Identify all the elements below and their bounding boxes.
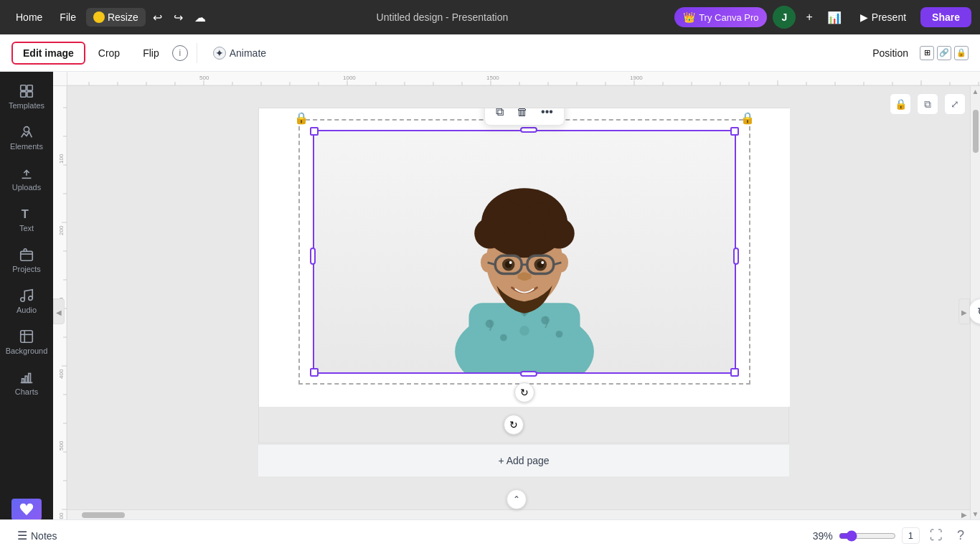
lock-corner-icon[interactable]: 🔒 [890,93,911,115]
panel-collapse-right-button[interactable]: ▶ [958,298,970,324]
svg-rect-11 [25,376,27,382]
svg-rect-10 [22,379,24,383]
sidebar-label-templates: Templates [9,101,44,110]
svg-point-85 [499,203,522,225]
sidebar-item-templates[interactable]: Templates [4,77,50,116]
svg-text:1900: 1900 [630,75,643,81]
scroll-thumb-horizontal[interactable] [82,512,125,518]
animate-button[interactable]: ✦ Animate [206,42,273,64]
cloud-save-button[interactable]: ☁ [190,8,210,27]
resize-label: Resize [108,11,138,23]
svg-text:400: 400 [58,369,65,379]
fullscreen-button[interactable]: ⛶ [925,525,947,546]
person-svg [431,150,618,372]
svg-point-101 [517,273,523,279]
corner-lock-tl: 🔒 [294,111,308,125]
sidebar-label-audio: Audio [17,306,37,314]
handle-top-right[interactable] [730,127,739,136]
copy-corner-icon[interactable]: ⧉ [917,93,938,115]
toolbar-divider [197,43,197,63]
link-icon[interactable]: 🔗 [937,46,951,60]
notes-button[interactable]: ☰ Notes [11,526,63,545]
sidebar-item-uploads[interactable]: Uploads [4,159,50,197]
sidebar-item-charts[interactable]: Charts [4,364,50,402]
handle-bottom-right[interactable] [730,368,739,377]
handle-bottom-left[interactable] [310,368,319,377]
bottom-bar: ☰ Notes 39% 1 ⛶ ? [0,519,980,551]
notes-label: Notes [31,530,57,542]
svg-rect-0 [21,85,26,90]
svg-point-7 [21,298,25,302]
sidebar: Templates Elements Uploads T Text [0,72,53,551]
scroll-up-arrow[interactable]: ▲ [972,88,979,95]
present-button[interactable]: ▶ Present [852,7,915,27]
sidebar-item-elements[interactable]: Elements [4,118,50,156]
flip-button[interactable]: Flip [133,43,169,63]
share-button[interactable]: Share [920,7,971,27]
info-icon[interactable]: i [172,45,188,61]
svg-point-4 [24,127,29,132]
checkerboard-icon[interactable]: ⊞ [920,46,934,60]
svg-point-106 [556,331,563,338]
sidebar-item-background[interactable]: Background [4,323,50,361]
undo-button[interactable]: ↩ [149,8,166,27]
handle-middle-right[interactable] [733,248,739,265]
sidebar-label-uploads: Uploads [12,183,41,192]
scroll-thumb-vertical[interactable] [973,110,979,153]
selected-element-wrapper: ⧉ 🗑 ••• [313,130,736,374]
svg-text:500: 500 [199,75,209,81]
canvas-content: ⧉ 🗑 ••• [67,86,980,551]
sidebar-label-background: Background [6,347,48,355]
toggle-panels-button[interactable]: ⌃ [507,489,527,509]
add-page-button[interactable]: + Add page [258,445,789,476]
svg-text:200: 200 [58,225,65,235]
delete-selection-button[interactable]: 🗑 [512,108,533,122]
try-canva-pro-button[interactable]: 👑 Try Canva Pro [674,7,767,27]
sidebar-item-audio[interactable]: Audio [4,282,50,320]
corner-lock-tr: 🔒 [740,111,755,125]
sidebar-item-projects[interactable]: Projects [4,241,50,279]
copy-selection-button[interactable]: ⧉ [491,108,509,122]
redo-button[interactable]: ↪ [169,8,187,27]
zoom-slider[interactable] [839,530,896,542]
svg-rect-3 [27,92,32,97]
edit-image-button[interactable]: Edit image [11,42,85,65]
animate-icon: ✦ [213,47,226,60]
home-button[interactable]: Home [9,8,50,27]
add-button[interactable]: + [801,8,816,27]
selected-image[interactable]: 🔒 🔒 [313,130,736,374]
handle-middle-left[interactable] [310,248,316,265]
file-button[interactable]: File [52,8,83,27]
zoom-controls: 39% 1 ⛶ ? [813,525,969,546]
analytics-button[interactable]: 📊 [823,8,846,27]
slide-refresh-icon[interactable]: ↻ [504,415,524,435]
handle-top-center[interactable] [520,127,537,133]
svg-rect-9 [21,331,33,343]
slide-container: ⧉ 🗑 ••• [258,108,789,443]
svg-text:T: T [22,207,29,220]
scroll-right-arrow[interactable]: ▶ [958,511,970,519]
expand-corner-icon[interactable]: ⤢ [944,93,966,115]
lock-icon[interactable]: 🔒 [954,46,969,60]
svg-text:500: 500 [58,441,65,451]
notes-icon: ☰ [17,529,27,542]
scroll-down-arrow[interactable]: ▼ [972,510,979,518]
sidebar-item-text[interactable]: T Text [4,200,50,238]
horizontal-scrollbar[interactable]: ▶ [67,509,970,519]
top-bar: Home File Resize ↩ ↪ ☁ Untitled design -… [0,0,980,34]
position-button[interactable]: Position [864,43,917,63]
rotate-handle[interactable]: ↻ [514,382,534,402]
handle-top-left[interactable] [310,127,319,136]
resize-button[interactable]: Resize [86,8,146,27]
sidebar-collapse-button[interactable]: ◀ [53,298,65,324]
user-avatar[interactable]: J [773,6,796,29]
handle-bottom-center[interactable] [520,371,537,377]
svg-point-107 [519,326,529,336]
document-title: Untitled design - Presentation [216,11,669,23]
more-options-button[interactable]: ••• [536,108,558,122]
canvas-area: 500 1000 1500 1900 [53,72,980,551]
help-button[interactable]: ? [953,525,969,546]
person-image [314,131,735,372]
slide-canvas[interactable]: ⧉ 🗑 ••• [259,108,790,407]
crop-button[interactable]: Crop [88,43,130,63]
